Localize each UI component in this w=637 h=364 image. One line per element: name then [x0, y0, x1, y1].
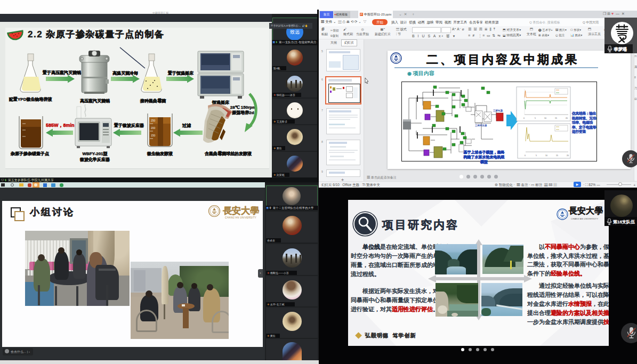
svg-text:10: 10: [544, 117, 546, 119]
svg-text:250: 250: [151, 119, 156, 122]
svg-text:0: 0: [525, 155, 526, 157]
svg-text:0: 0: [523, 117, 525, 119]
svg-text:三相电源: 三相电源: [493, 109, 503, 112]
svg-text:5: 5: [535, 117, 536, 119]
svg-text:150: 150: [151, 134, 156, 137]
svg-text:15: 15: [556, 155, 558, 157]
svg-text:20: 20: [566, 117, 568, 119]
svg-text:三相变压器: 三相变压器: [475, 124, 487, 127]
svg-text:15: 15: [555, 117, 557, 119]
svg-text:20: 20: [567, 155, 569, 157]
svg-text:10: 10: [545, 155, 547, 157]
svg-text:200: 200: [151, 126, 156, 130]
svg-text:5: 5: [536, 155, 537, 157]
